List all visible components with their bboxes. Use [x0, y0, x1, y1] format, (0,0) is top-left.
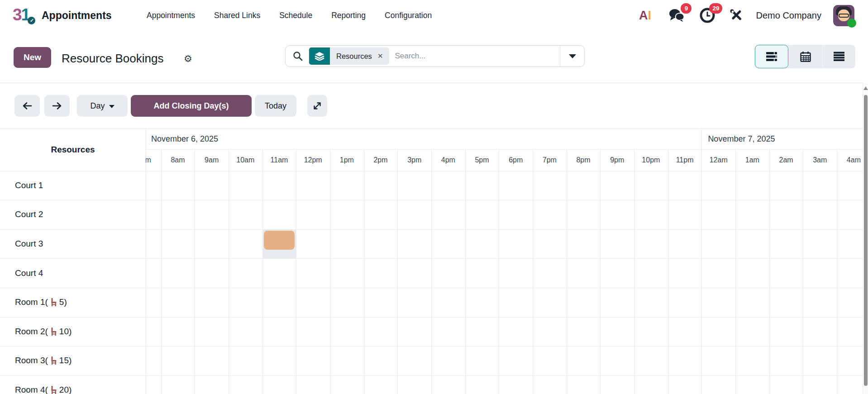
- user-avatar[interactable]: [833, 5, 854, 26]
- time-column-line: [803, 149, 803, 394]
- resource-name: Court 3: [15, 239, 43, 249]
- calendar-view-icon: [800, 51, 811, 62]
- ai-icon[interactable]: AI: [634, 6, 655, 25]
- gantt-view-button[interactable]: [755, 45, 788, 68]
- nav-menu-item[interactable]: Appointments: [147, 11, 195, 20]
- nav-menu-item[interactable]: Configuration: [385, 11, 432, 20]
- time-column-label: 9pm: [600, 149, 634, 171]
- calendar-view-button[interactable]: [788, 45, 822, 68]
- time-column-label: 1pm: [330, 149, 364, 171]
- booking-event[interactable]: [264, 231, 295, 250]
- page-title: Resource Bookings: [62, 52, 163, 66]
- activities-badge: 29: [709, 3, 722, 14]
- time-column-line: [499, 149, 499, 394]
- list-view-button[interactable]: [822, 45, 855, 68]
- resource-row-label: Room 4 ( 20): [0, 375, 146, 394]
- search-icon: [293, 51, 303, 61]
- search-facet[interactable]: Resources ✕: [309, 47, 389, 65]
- range-dropdown[interactable]: Day: [77, 95, 128, 117]
- gantt-grid[interactable]: November 6, 2025November 7, 20257am8am9a…: [146, 128, 863, 394]
- resource-name: Room 3: [15, 356, 45, 366]
- prev-button[interactable]: [14, 95, 40, 117]
- ai-letter-i: I: [648, 9, 651, 22]
- time-column-label: 8am: [161, 149, 195, 171]
- tools-icon[interactable]: [729, 6, 744, 25]
- time-column-line: [837, 149, 837, 394]
- capacity-value: 10): [59, 327, 72, 337]
- resource-name: Room 2: [15, 327, 45, 337]
- expand-button[interactable]: [307, 95, 327, 117]
- time-column-label: 4pm: [431, 149, 465, 171]
- capacity-value: 15): [59, 356, 72, 366]
- capacity-open-paren: (: [45, 385, 48, 394]
- time-column-label: 11pm: [668, 149, 702, 171]
- time-column-line: [364, 149, 364, 394]
- messages-badge: 9: [681, 3, 692, 14]
- logo-digit-3: 3: [13, 5, 21, 24]
- logo-check-icon: ✓: [28, 17, 35, 24]
- top-navbar: 31 ✓ Appointments AppointmentsShared Lin…: [0, 0, 868, 31]
- time-column-label: 7pm: [533, 149, 567, 171]
- time-column-label: 12am: [701, 149, 735, 171]
- time-column-line: [600, 149, 601, 394]
- online-status-dot: [847, 19, 856, 28]
- time-column-label: 1am: [735, 149, 769, 171]
- capacity-open-paren: (: [45, 356, 48, 366]
- scrollbar-thumb[interactable]: [864, 95, 868, 386]
- scroll-up-arrow-icon[interactable]: [863, 86, 868, 90]
- app-brand[interactable]: 31 ✓ Appointments: [13, 5, 112, 25]
- time-column-line: [330, 149, 330, 394]
- resource-name: Room 1: [15, 297, 45, 307]
- vertical-scrollbar[interactable]: [863, 83, 868, 394]
- time-column-label: 4am: [837, 149, 863, 171]
- search-bar[interactable]: Resources ✕: [285, 45, 585, 67]
- add-closing-day-button[interactable]: Add Closing Day(s): [131, 95, 252, 117]
- time-column-line: [229, 149, 229, 394]
- time-column-label: 12pm: [296, 149, 330, 171]
- arrow-right-icon: [52, 102, 62, 110]
- new-button[interactable]: New: [14, 47, 51, 68]
- list-view-icon: [833, 52, 845, 62]
- date-group-label: November 6, 2025: [151, 128, 218, 149]
- resource-row-label: Room 2 ( 10): [0, 317, 146, 347]
- nav-menu-item[interactable]: Schedule: [279, 11, 312, 20]
- messages-icon[interactable]: 9: [667, 6, 686, 25]
- company-switcher[interactable]: Demo Company: [756, 10, 821, 21]
- activities-icon[interactable]: 29: [698, 6, 717, 25]
- time-column-line: [735, 149, 736, 394]
- gear-icon[interactable]: ⚙: [184, 53, 192, 64]
- gantt-view-icon: [766, 52, 777, 62]
- facet-label: Resources: [330, 52, 377, 61]
- arrow-left-icon: [22, 102, 32, 110]
- resources-column-header: Resources: [0, 128, 146, 171]
- wrench-screwdriver-icon: [730, 9, 743, 22]
- time-column-label: 2pm: [364, 149, 398, 171]
- time-column-label: 9am: [195, 149, 229, 171]
- search-options-toggle[interactable]: [560, 46, 584, 66]
- today-button[interactable]: Today: [255, 95, 296, 117]
- nav-menu-item[interactable]: Reporting: [331, 11, 366, 20]
- nav-menu: AppointmentsShared LinksScheduleReportin…: [147, 0, 432, 31]
- control-panel: New Resource Bookings ⚙ Resources ✕: [0, 31, 868, 83]
- ai-letter-a: A: [639, 9, 648, 22]
- time-column-line: [161, 149, 162, 394]
- time-column-label: 6pm: [499, 149, 533, 171]
- resource-row-label: Court 1: [0, 171, 146, 200]
- next-button[interactable]: [44, 95, 70, 117]
- time-column-label: 3am: [803, 149, 837, 171]
- nav-menu-item[interactable]: Shared Links: [214, 11, 260, 20]
- app-name[interactable]: Appointments: [42, 9, 112, 22]
- resource-row-label: Court 4: [0, 258, 146, 288]
- time-column-line: [296, 149, 296, 394]
- facet-remove-icon[interactable]: ✕: [377, 52, 390, 60]
- time-column-line: [465, 149, 466, 394]
- resource-name: Court 4: [15, 268, 43, 278]
- capacity-value: 20): [59, 385, 72, 394]
- time-column-label: 11am: [262, 149, 296, 171]
- systray: AI 9 29: [634, 0, 854, 31]
- chair-icon: [50, 298, 57, 306]
- time-column-line: [533, 149, 533, 394]
- time-column-label: 10pm: [634, 149, 668, 171]
- search-input[interactable]: [389, 52, 560, 61]
- time-column-line: [567, 149, 567, 394]
